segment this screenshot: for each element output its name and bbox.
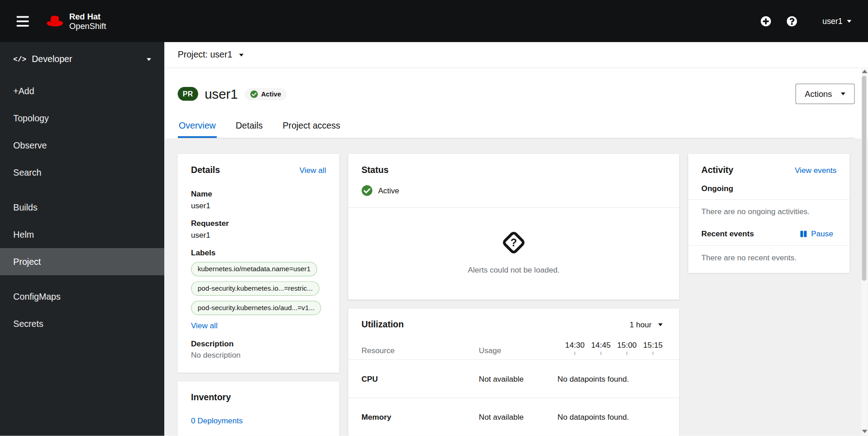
sidebar-item-observe[interactable]: Observe bbox=[0, 132, 164, 159]
user-menu-label: user1 bbox=[822, 17, 842, 26]
resource-name: CPU bbox=[362, 374, 479, 383]
sidebar-nav: +Add Topology Observe Search Builds Helm… bbox=[0, 77, 164, 337]
labels-view-all-link[interactable]: View all bbox=[191, 321, 218, 330]
scroll-down-arrow[interactable] bbox=[862, 430, 867, 433]
perspective-label: Developer bbox=[32, 54, 72, 64]
activity-card-header: Activity View events bbox=[688, 154, 849, 179]
inventory-card: Inventory 0 Deployments bbox=[178, 382, 339, 436]
sidebar-item-search[interactable]: Search bbox=[0, 159, 164, 186]
time-axis: 14:30 14:45 15:00 15:15 bbox=[558, 340, 666, 355]
scroll-up-arrow[interactable] bbox=[862, 70, 867, 73]
actions-label: Actions bbox=[805, 89, 832, 99]
check-circle-icon bbox=[362, 185, 372, 196]
recent-empty-message: There are no recent events. bbox=[688, 245, 849, 273]
developer-icon: </> bbox=[13, 55, 26, 63]
alerts-unavailable-icon: ? bbox=[499, 228, 529, 258]
pause-label: Pause bbox=[811, 229, 833, 238]
resource-datapoints: No datapoints found. bbox=[558, 374, 666, 383]
label-chip[interactable]: kubernetes.io/metadata.name=user1 bbox=[191, 262, 317, 277]
details-card-body: Name user1 Requester user1 Labels kubern… bbox=[178, 179, 339, 373]
chevron-down-icon bbox=[841, 92, 845, 95]
redhat-openshift-logo: Red Hat OpenShift bbox=[45, 12, 106, 31]
duration-label: 1 hour bbox=[630, 320, 652, 329]
user-menu[interactable]: user1 bbox=[819, 17, 855, 26]
utilization-card-title: Utilization bbox=[362, 320, 404, 330]
help-button[interactable] bbox=[779, 16, 805, 26]
chevron-down-icon bbox=[847, 19, 852, 22]
resource-datapoints: No datapoints found. bbox=[558, 412, 666, 422]
details-card-header: Details View all bbox=[178, 154, 339, 179]
column-resource: Resource bbox=[362, 346, 479, 355]
time-tick: 14:45 bbox=[588, 340, 614, 355]
brand-text: Red Hat OpenShift bbox=[69, 12, 106, 31]
view-events-link[interactable]: View events bbox=[795, 166, 836, 175]
brand-line1: Red Hat bbox=[69, 12, 106, 21]
status-badge-label: Active bbox=[261, 90, 281, 98]
project-selector-label: Project: user1 bbox=[178, 50, 233, 60]
check-circle-icon bbox=[250, 90, 258, 98]
activity-card-title: Activity bbox=[701, 165, 734, 175]
status-card: Status Active ? Alerts co bbox=[348, 154, 679, 300]
tab-project-access[interactable]: Project access bbox=[281, 121, 341, 138]
actions-dropdown[interactable]: Actions bbox=[796, 84, 855, 104]
field-label-labels: Labels bbox=[191, 248, 326, 257]
utilization-card-header: Utilization 1 hour bbox=[348, 308, 679, 334]
tabs: Overview Details Project access bbox=[178, 121, 855, 139]
label-chips: kubernetes.io/metadata.name=user1 pod-se… bbox=[191, 262, 326, 315]
recent-events-title: Recent events bbox=[701, 229, 754, 238]
sidebar-item-configmaps[interactable]: ConfigMaps bbox=[0, 283, 164, 310]
column-usage: Usage bbox=[479, 346, 558, 355]
sidebar-item-secrets[interactable]: Secrets bbox=[0, 310, 164, 337]
quick-create-button[interactable] bbox=[753, 16, 778, 26]
project-status-row: Active bbox=[348, 179, 679, 207]
sidebar-item-builds[interactable]: Builds bbox=[0, 194, 164, 221]
field-label-description: Description bbox=[191, 339, 326, 348]
details-view-all-link[interactable]: View all bbox=[300, 166, 326, 175]
scrollbar[interactable] bbox=[861, 67, 867, 435]
perspective-switcher[interactable]: </> Developer bbox=[0, 42, 164, 72]
chevron-down-icon bbox=[658, 323, 663, 326]
ongoing-section-title: Ongoing bbox=[688, 179, 849, 199]
pause-icon bbox=[800, 230, 807, 237]
status-card-title: Status bbox=[362, 165, 389, 175]
utilization-row-cpu: CPU Not available No datapoints found. bbox=[348, 360, 679, 398]
question-circle-icon bbox=[787, 16, 797, 26]
utilization-row-memory: Memory Not available No datapoints found… bbox=[348, 398, 679, 436]
label-chip[interactable]: pod-security.kubernetes.io...=restric... bbox=[191, 281, 320, 296]
inventory-card-body: 0 Deployments bbox=[178, 407, 339, 436]
inventory-deployments-link[interactable]: 0 Deployments bbox=[191, 416, 326, 425]
scrollbar-thumb[interactable] bbox=[862, 76, 867, 281]
project-badge: PR bbox=[178, 87, 198, 101]
sidebar-item-helm[interactable]: Helm bbox=[0, 221, 164, 248]
time-tick: 14:30 bbox=[562, 340, 588, 355]
field-value-description: No description bbox=[191, 350, 326, 359]
sidebar: </> Developer +Add Topology Observe Sear… bbox=[0, 42, 164, 436]
project-context-bar: Project: user1 bbox=[164, 42, 868, 68]
inventory-card-header: Inventory bbox=[178, 382, 339, 407]
details-card-title: Details bbox=[191, 165, 220, 175]
pause-button[interactable]: Pause bbox=[797, 229, 837, 239]
status-badge: Active bbox=[244, 88, 286, 100]
resource-name: Memory bbox=[362, 412, 479, 422]
resource-usage: Not available bbox=[479, 374, 558, 383]
nav-toggle[interactable] bbox=[13, 13, 32, 30]
utilization-table-header: Resource Usage 14:30 14:45 15:00 15:15 bbox=[348, 334, 679, 360]
sidebar-item-add[interactable]: +Add bbox=[0, 77, 164, 105]
alerts-empty-message: Alerts could not be loaded. bbox=[362, 265, 666, 274]
alerts-empty-state: ? Alerts could not be loaded. bbox=[348, 208, 679, 300]
project-selector[interactable]: Project: user1 bbox=[178, 50, 243, 60]
masthead-toolbar: user1 bbox=[753, 16, 854, 26]
details-card: Details View all Name user1 Requester us… bbox=[178, 154, 339, 373]
tab-details[interactable]: Details bbox=[234, 121, 264, 138]
brand-line2: OpenShift bbox=[69, 21, 106, 30]
label-chip[interactable]: pod-security.kubernetes.io/aud...=v1... bbox=[191, 301, 321, 315]
sidebar-item-topology[interactable]: Topology bbox=[0, 105, 164, 132]
overview-dashboard: Details View all Name user1 Requester us… bbox=[164, 139, 868, 436]
tab-overview[interactable]: Overview bbox=[178, 121, 217, 138]
page-header: PR user1 Active Actions Overview Details… bbox=[164, 68, 868, 138]
page-title: user1 bbox=[205, 86, 238, 101]
sidebar-item-project[interactable]: Project bbox=[0, 248, 164, 275]
duration-dropdown[interactable]: 1 hour bbox=[626, 320, 666, 330]
left-column: Details View all Name user1 Requester us… bbox=[178, 154, 339, 436]
recent-events-row: Recent events Pause bbox=[688, 223, 849, 245]
